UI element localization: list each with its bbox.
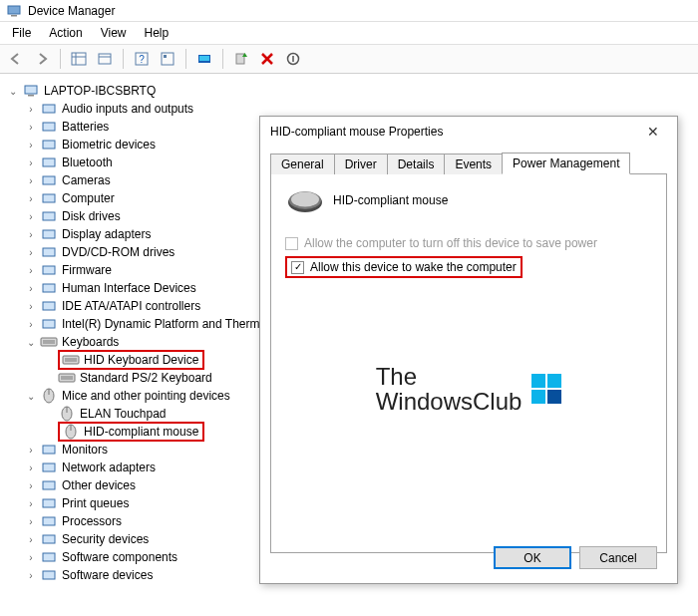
- expand-icon[interactable]: ›: [24, 568, 38, 582]
- collapse-icon[interactable]: ⌄: [6, 84, 20, 98]
- checkbox-icon[interactable]: [291, 261, 304, 274]
- svg-rect-25: [43, 248, 55, 256]
- category-icon: [40, 334, 58, 350]
- highlight-box: Allow this device to wake the computer: [285, 256, 523, 278]
- forward-button[interactable]: [30, 47, 54, 71]
- highlight-box: HID-compliant mouse: [58, 422, 204, 442]
- category-icon: [40, 388, 58, 404]
- expand-icon[interactable]: ›: [24, 299, 38, 313]
- category-icon: [40, 531, 58, 547]
- tree-item-label: Processors: [60, 514, 124, 528]
- update-driver-button[interactable]: [229, 47, 253, 71]
- tree-item-label: Security devices: [60, 532, 151, 546]
- tab-content: HID-compliant mouse Allow the computer t…: [270, 174, 667, 553]
- expand-icon[interactable]: ›: [24, 138, 38, 152]
- checkbox-wake[interactable]: Allow this device to wake the computer: [291, 260, 517, 274]
- expand-icon[interactable]: ›: [24, 102, 38, 116]
- close-button[interactable]: ✕: [639, 120, 667, 144]
- spacer-icon: [42, 407, 56, 421]
- scan-button[interactable]: [192, 47, 216, 71]
- watermark: The WindowsClub: [271, 364, 666, 414]
- category-icon: [40, 137, 58, 153]
- svg-rect-22: [43, 194, 55, 202]
- computer-icon: [22, 83, 40, 99]
- tab-details[interactable]: Details: [387, 154, 446, 174]
- tree-item-label: Cameras: [60, 173, 113, 187]
- view-button[interactable]: [93, 47, 117, 71]
- svg-rect-59: [547, 390, 561, 404]
- tree-item-label: Biometric devices: [60, 138, 158, 152]
- category-icon: [58, 370, 76, 386]
- tree-item-label: Other devices: [60, 478, 138, 492]
- properties-button[interactable]: [156, 47, 179, 71]
- expand-icon[interactable]: ›: [24, 227, 38, 241]
- back-button[interactable]: [4, 47, 28, 71]
- expand-icon[interactable]: ›: [24, 191, 38, 205]
- expand-icon[interactable]: ›: [24, 120, 38, 134]
- svg-rect-24: [43, 230, 55, 238]
- menu-file[interactable]: File: [4, 24, 39, 42]
- ok-button[interactable]: OK: [494, 546, 571, 569]
- expand-icon[interactable]: ›: [24, 263, 38, 277]
- tree-item-label: Mice and other pointing devices: [60, 389, 232, 403]
- help-button[interactable]: ?: [130, 47, 154, 71]
- expand-icon[interactable]: ›: [24, 245, 38, 259]
- toolbar-separator: [60, 49, 61, 69]
- cancel-button[interactable]: Cancel: [579, 546, 657, 569]
- expand-icon[interactable]: ›: [24, 317, 38, 331]
- window-titlebar: Device Manager: [0, 0, 698, 22]
- expand-icon[interactable]: ›: [24, 443, 38, 457]
- category-icon: [40, 316, 58, 332]
- disable-button[interactable]: [281, 47, 305, 71]
- expand-icon[interactable]: ›: [24, 478, 38, 492]
- expand-icon[interactable]: ›: [24, 209, 38, 223]
- tree-item-label: ELAN Touchpad: [78, 407, 169, 421]
- expand-icon[interactable]: ›: [24, 155, 38, 169]
- tree-item-label: Audio inputs and outputs: [60, 102, 195, 116]
- tab-general[interactable]: General: [270, 154, 335, 174]
- collapse-icon[interactable]: ⌄: [24, 389, 38, 403]
- mouse-icon: [285, 188, 319, 212]
- toolbar-separator: [185, 49, 186, 69]
- show-hidden-button[interactable]: [67, 47, 91, 71]
- tab-driver[interactable]: Driver: [334, 154, 388, 174]
- svg-rect-10: [164, 55, 167, 58]
- tab-power-management[interactable]: Power Management: [502, 153, 630, 174]
- expand-icon[interactable]: ›: [24, 550, 38, 564]
- category-icon: [40, 495, 58, 511]
- svg-rect-18: [43, 123, 55, 131]
- category-icon: [40, 154, 58, 170]
- dialog-titlebar[interactable]: HID-compliant mouse Properties ✕: [260, 117, 677, 147]
- uninstall-button[interactable]: [255, 47, 279, 71]
- svg-rect-23: [43, 212, 55, 220]
- category-icon: [40, 442, 58, 458]
- tree-item-label: Human Interface Devices: [60, 281, 198, 295]
- toolbar-separator: [222, 49, 223, 69]
- tabstrip: General Driver Details Events Power Mana…: [270, 151, 667, 174]
- svg-rect-29: [43, 320, 55, 328]
- checkbox-icon: [285, 237, 298, 250]
- spacer-icon: [42, 371, 56, 385]
- expand-icon[interactable]: ›: [24, 514, 38, 528]
- svg-rect-36: [59, 374, 75, 382]
- category-icon: [40, 244, 58, 260]
- toolbar-separator: [123, 49, 124, 69]
- checkbox-wake-label: Allow this device to wake the computer: [310, 260, 517, 274]
- properties-dialog: HID-compliant mouse Properties ✕ General…: [259, 116, 678, 584]
- expand-icon[interactable]: ›: [24, 173, 38, 187]
- svg-rect-47: [43, 481, 55, 489]
- toolbar: ?: [0, 44, 698, 74]
- menu-view[interactable]: View: [93, 24, 135, 42]
- tab-events[interactable]: Events: [444, 154, 503, 174]
- svg-rect-50: [43, 535, 55, 543]
- svg-rect-27: [43, 284, 55, 292]
- tree-root[interactable]: ⌄ LAPTOP-IBCSBRTQ: [4, 82, 694, 100]
- collapse-icon[interactable]: ⌄: [24, 335, 38, 349]
- spacer-icon: [42, 425, 56, 439]
- expand-icon[interactable]: ›: [24, 281, 38, 295]
- expand-icon[interactable]: ›: [24, 461, 38, 474]
- expand-icon[interactable]: ›: [24, 496, 38, 510]
- menu-help[interactable]: Help: [137, 24, 177, 42]
- menu-action[interactable]: Action: [41, 24, 90, 42]
- expand-icon[interactable]: ›: [24, 532, 38, 546]
